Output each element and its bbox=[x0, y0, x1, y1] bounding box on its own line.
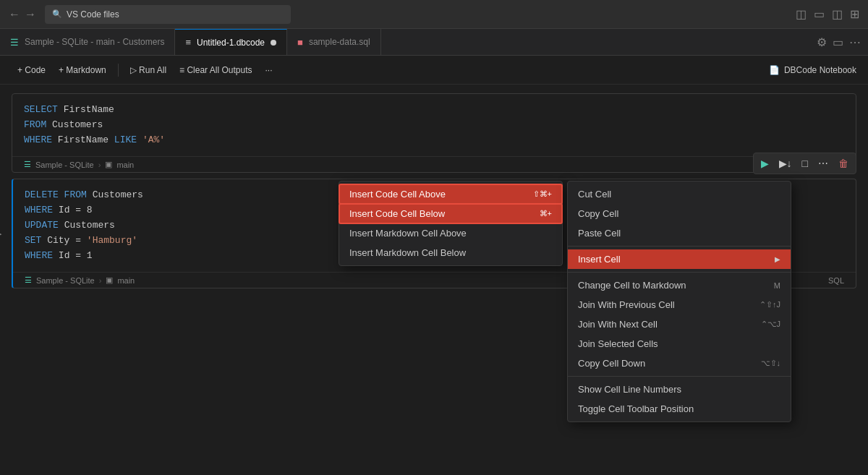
insert-cell-item[interactable]: Insert Cell ▶ bbox=[568, 249, 791, 269]
insert-code-above-label: Insert Code Cell Above bbox=[349, 189, 446, 200]
cell-1-line-2: FROM Customers bbox=[24, 118, 844, 133]
cell-2-line-5-rest: Id = 1 bbox=[59, 250, 93, 261]
cell-2-db-icon: ☰ bbox=[25, 275, 32, 285]
keyword-where-2: WHERE bbox=[25, 205, 53, 215]
expand-cell-button[interactable]: □ bbox=[798, 155, 812, 171]
tab-modified-dot bbox=[271, 40, 276, 46]
keyword-update: UPDATE bbox=[25, 220, 59, 231]
keyword-where-3: WHERE bbox=[25, 250, 53, 261]
run-all-button[interactable]: ▷ Run All bbox=[124, 62, 172, 78]
submenu-arrow-icon: ▶ bbox=[775, 255, 780, 263]
insert-markdown-above-label: Insert Markdown Cell Above bbox=[349, 228, 467, 239]
copy-cell-down-item[interactable]: Copy Cell Down ⌥⇧↓ bbox=[568, 354, 791, 373]
cell-1-line-3: WHERE FirstName LIKE 'A%' bbox=[24, 133, 844, 148]
run-all-label: ▷ Run All bbox=[130, 65, 166, 75]
keyword-like: LIKE bbox=[114, 134, 137, 145]
tab-bar: ☰ Sample - SQLite - main - Customers ≡ U… bbox=[0, 29, 868, 56]
tab-inactive2-label: sample-data.sql bbox=[309, 37, 370, 47]
notebook-icon: ≡ bbox=[185, 37, 191, 48]
copy-cell-item[interactable]: Copy Cell bbox=[568, 204, 791, 223]
insert-code-above-item[interactable]: Insert Code Cell Above ⇧⌘+ bbox=[339, 184, 562, 204]
more-toolbar-button[interactable]: ··· bbox=[259, 62, 278, 78]
more-cell-button[interactable]: ⋯ bbox=[814, 155, 833, 171]
cell-1-line-3-ident: FirstName bbox=[58, 134, 114, 145]
clear-outputs-label: ≡ Clear All Outputs bbox=[179, 65, 252, 75]
tab-sample-sqlite[interactable]: ☰ Sample - SQLite - main - Customers bbox=[0, 29, 175, 55]
toggle-toolbar-position-item[interactable]: Toggle Cell Toolbar Position bbox=[568, 399, 791, 419]
join-next-item[interactable]: Join With Next Cell ⌃⌥J bbox=[568, 314, 791, 334]
tab-untitled-dbcode[interactable]: ≡ Untitled-1.dbcode bbox=[175, 29, 287, 55]
delete-cell-button[interactable]: 🗑 bbox=[834, 155, 853, 171]
tab-inactive1-label: Sample - SQLite - main - Customers bbox=[25, 37, 164, 47]
copy-cell-down-shortcut: ⌥⇧↓ bbox=[761, 359, 781, 368]
join-previous-item[interactable]: Join With Previous Cell ⌃⇧↑J bbox=[568, 295, 791, 314]
cell-1-line-3-str: 'A%' bbox=[142, 134, 165, 145]
more-actions-icon[interactable]: ⋯ bbox=[849, 35, 861, 49]
show-line-numbers-item[interactable]: Show Cell Line Numbers bbox=[568, 380, 791, 399]
cell-2-connection: Sample - SQLite bbox=[36, 276, 95, 285]
cell-2-lang: SQL bbox=[828, 276, 844, 285]
left-run-indicator[interactable]: ▶ bbox=[0, 229, 1, 239]
insert-markdown-below-item[interactable]: Insert Markdown Cell Below bbox=[339, 243, 562, 262]
cell-1-code[interactable]: SELECT FirstName FROM Customers WHERE Fi… bbox=[12, 94, 856, 156]
insert-code-below-label: Insert Code Cell Below bbox=[349, 208, 445, 219]
add-code-label: + Code bbox=[17, 65, 46, 75]
panel-icon[interactable]: ▭ bbox=[814, 7, 825, 21]
cell-1: SELECT FirstName FROM Customers WHERE Fi… bbox=[12, 93, 856, 173]
cell-2-separator: › bbox=[99, 276, 102, 285]
menu-separator-1 bbox=[568, 246, 791, 247]
search-icon: 🔍 bbox=[52, 9, 62, 19]
settings-gear-icon[interactable]: ⚙ bbox=[817, 35, 827, 49]
cell-1-schema-icon: ▣ bbox=[105, 160, 112, 169]
run-below-button[interactable]: ▶↓ bbox=[775, 155, 796, 171]
cell-2-line-4-str: 'Hamburg' bbox=[87, 235, 137, 246]
insert-markdown-above-item[interactable]: Insert Markdown Cell Above bbox=[339, 223, 562, 243]
back-button[interactable]: ← bbox=[9, 8, 20, 21]
toggle-toolbar-label: Toggle Cell Toolbar Position bbox=[578, 403, 694, 414]
cell-2-schema: main bbox=[117, 276, 135, 285]
keyword-delete: DELETE FROM bbox=[25, 189, 87, 200]
menu-separator-3 bbox=[568, 376, 791, 377]
change-to-markdown-item[interactable]: Change Cell to Markdown M bbox=[568, 275, 791, 295]
copy-cell-label: Copy Cell bbox=[578, 208, 618, 219]
paste-cell-item[interactable]: Paste Cell bbox=[568, 223, 791, 243]
cell-context-menu: Cut Cell Copy Cell Paste Cell Insert Cel… bbox=[567, 181, 791, 422]
add-code-button[interactable]: + Code bbox=[12, 62, 51, 78]
join-next-label: Join With Next Cell bbox=[578, 319, 658, 330]
toolbar-right: 📄 DBCode Notebook bbox=[769, 65, 856, 75]
join-next-shortcut: ⌃⌥J bbox=[761, 320, 781, 329]
sidebar-left-icon[interactable]: ◫ bbox=[796, 7, 807, 21]
table-icon: ☰ bbox=[10, 37, 19, 48]
sidebar-right-icon[interactable]: ◫ bbox=[832, 7, 843, 21]
notebook-type-label: DBCode Notebook bbox=[784, 65, 856, 75]
notebook-type-icon: 📄 bbox=[769, 65, 780, 75]
nav-arrows: ← → bbox=[9, 8, 36, 21]
cell-1-db-icon: ☰ bbox=[24, 160, 31, 169]
cell-1-separator: › bbox=[98, 161, 101, 169]
cell-2-line-3-rest: Customers bbox=[64, 220, 115, 231]
tab-active-label: Untitled-1.dbcode bbox=[197, 38, 265, 48]
cell-2-line-2-rest: Id = 8 bbox=[59, 205, 93, 215]
insert-code-below-shortcut: ⌘+ bbox=[540, 209, 552, 218]
split-editor-icon[interactable]: ▭ bbox=[833, 35, 843, 49]
tab-sample-data[interactable]: ■ sample-data.sql bbox=[287, 29, 381, 55]
cut-cell-item[interactable]: Cut Cell bbox=[568, 184, 791, 204]
join-selected-item[interactable]: Join Selected Cells bbox=[568, 334, 791, 354]
search-text: VS Code files bbox=[67, 9, 119, 20]
cell-1-connection: Sample - SQLite bbox=[35, 161, 94, 169]
insert-code-below-item[interactable]: Insert Code Cell Below ⌘+ bbox=[339, 204, 562, 223]
layout-icon[interactable]: ⊞ bbox=[850, 7, 859, 21]
cell-1-schema: main bbox=[116, 161, 134, 169]
run-cell-button[interactable]: ▶ bbox=[757, 155, 773, 171]
cell-1-line-1-rest: FirstName bbox=[64, 104, 114, 115]
paste-cell-label: Paste Cell bbox=[578, 228, 621, 239]
cell-2-toolbar: ▶ ▶↓ □ ⋯ 🗑 bbox=[753, 153, 856, 174]
search-bar[interactable]: 🔍 VS Code files bbox=[45, 5, 291, 24]
cell-1-line-2-rest: Customers bbox=[52, 119, 103, 130]
clear-outputs-button[interactable]: ≡ Clear All Outputs bbox=[174, 62, 258, 78]
show-line-numbers-label: Show Cell Line Numbers bbox=[578, 384, 681, 395]
cell-2-line-1-rest: Customers bbox=[93, 189, 143, 200]
add-markdown-button[interactable]: + Markdown bbox=[53, 62, 112, 78]
join-previous-shortcut: ⌃⇧↑J bbox=[760, 300, 780, 309]
forward-button[interactable]: → bbox=[25, 8, 36, 21]
